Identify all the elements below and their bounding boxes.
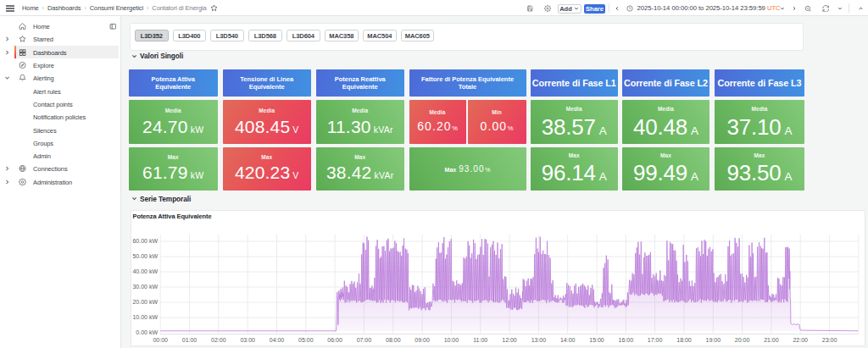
svg-text:09:00: 09:00 bbox=[415, 337, 430, 343]
svg-text:17:00: 17:00 bbox=[648, 337, 663, 343]
svg-text:06:00: 06:00 bbox=[327, 337, 342, 343]
svg-text:11:00: 11:00 bbox=[473, 337, 487, 343]
svg-text:10:00: 10:00 bbox=[444, 337, 459, 343]
svg-text:00:00: 00:00 bbox=[153, 337, 168, 343]
svg-text:21:00: 21:00 bbox=[764, 337, 779, 343]
svg-text:03:00: 03:00 bbox=[240, 337, 255, 343]
svg-text:07:00: 07:00 bbox=[357, 337, 372, 343]
svg-text:16:00: 16:00 bbox=[619, 337, 634, 343]
svg-text:01:00: 01:00 bbox=[182, 337, 198, 343]
svg-text:14:00: 14:00 bbox=[560, 337, 576, 343]
svg-text:15:00: 15:00 bbox=[589, 337, 604, 343]
svg-text:18:00: 18:00 bbox=[676, 337, 692, 343]
svg-text:19:00: 19:00 bbox=[706, 337, 721, 343]
svg-text:22:00: 22:00 bbox=[793, 337, 808, 343]
svg-text:20:00: 20:00 bbox=[735, 337, 750, 343]
svg-text:23:00: 23:00 bbox=[822, 337, 837, 343]
svg-text:12:00: 12:00 bbox=[502, 337, 517, 343]
svg-text:13:00: 13:00 bbox=[531, 337, 547, 343]
svg-text:04:00: 04:00 bbox=[270, 337, 285, 343]
svg-text:30.00 kW: 30.00 kW bbox=[132, 284, 158, 290]
svg-text:50.00 kW: 50.00 kW bbox=[132, 253, 158, 259]
svg-text:05:00: 05:00 bbox=[298, 337, 314, 343]
svg-text:0.00 kW: 0.00 kW bbox=[136, 329, 158, 335]
svg-text:60.00 kW: 60.00 kW bbox=[132, 238, 158, 244]
svg-text:02:00: 02:00 bbox=[211, 337, 226, 343]
svg-text:10.00 kW: 10.00 kW bbox=[132, 314, 158, 320]
svg-text:20.00 kW: 20.00 kW bbox=[132, 299, 158, 305]
svg-text:40.00 kW: 40.00 kW bbox=[132, 268, 158, 274]
svg-text:08:00: 08:00 bbox=[386, 337, 401, 343]
